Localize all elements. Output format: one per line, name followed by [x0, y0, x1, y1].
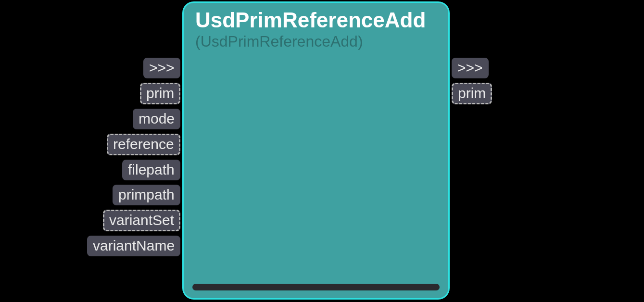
- node-title: UsdPrimReferenceAdd: [195, 9, 437, 32]
- node-subtitle: (UsdPrimReferenceAdd): [195, 33, 437, 50]
- input-port-mode[interactable]: mode: [133, 109, 180, 129]
- input-port-variantname[interactable]: variantName: [87, 236, 180, 256]
- input-port-prim[interactable]: prim: [140, 83, 180, 104]
- input-port-filepath[interactable]: filepath: [122, 160, 180, 180]
- output-port-prim[interactable]: prim: [452, 83, 492, 104]
- input-port-reference[interactable]: reference: [107, 134, 180, 155]
- input-port-exec[interactable]: >>>: [143, 58, 180, 78]
- input-port-variantset[interactable]: variantSet: [103, 210, 180, 231]
- node-body[interactable]: UsdPrimReferenceAdd (UsdPrimReferenceAdd…: [182, 1, 450, 300]
- input-port-primpath[interactable]: primpath: [113, 185, 180, 205]
- output-port-exec[interactable]: >>>: [452, 58, 489, 78]
- node-bottom-bar: [192, 284, 440, 290]
